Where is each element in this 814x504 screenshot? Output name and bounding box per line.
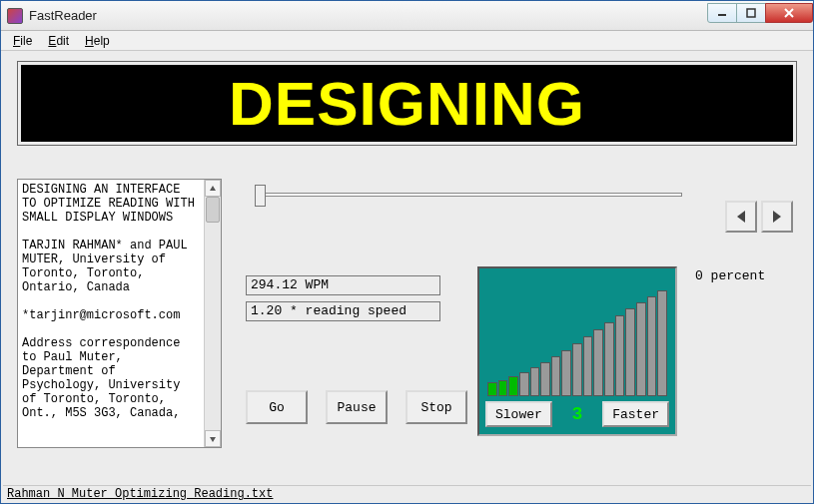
title-bar: FastReader bbox=[1, 1, 813, 31]
svg-line-3 bbox=[785, 9, 793, 17]
speed-controls: Slower 3 Faster bbox=[485, 400, 669, 428]
speed-multiplier-display: 1.20 * reading speed bbox=[246, 301, 440, 321]
document-text[interactable] bbox=[18, 180, 204, 447]
speed-bar bbox=[615, 315, 625, 396]
speed-level: 3 bbox=[572, 404, 583, 424]
speed-bar bbox=[657, 290, 667, 396]
slider-thumb[interactable] bbox=[255, 185, 266, 207]
scroll-thumb[interactable] bbox=[206, 197, 220, 223]
speed-bar bbox=[498, 380, 508, 396]
scroll-up-icon[interactable] bbox=[205, 180, 221, 197]
svg-marker-5 bbox=[210, 437, 216, 442]
chevron-left-icon bbox=[734, 210, 748, 224]
speed-bar bbox=[572, 343, 582, 396]
menu-help[interactable]: Help bbox=[77, 32, 118, 50]
display-panel: DESIGNING bbox=[17, 61, 797, 146]
playback-controls: Go Pause Stop bbox=[246, 390, 467, 424]
svg-marker-6 bbox=[737, 211, 745, 223]
speed-panel: Slower 3 Faster bbox=[477, 266, 677, 436]
faster-button[interactable]: Faster bbox=[602, 401, 669, 427]
speed-bar bbox=[530, 367, 540, 396]
menu-bar: File Edit Help bbox=[1, 31, 813, 51]
speed-bar bbox=[583, 336, 593, 396]
status-filename: Rahman_N_Muter_Optimizing_Reading.txt bbox=[7, 487, 273, 501]
maximize-button[interactable] bbox=[736, 3, 766, 23]
nav-buttons bbox=[725, 201, 793, 233]
display-word: DESIGNING bbox=[21, 65, 793, 142]
stop-button[interactable]: Stop bbox=[406, 390, 467, 424]
speed-bars bbox=[487, 286, 667, 396]
speed-bar bbox=[593, 329, 603, 396]
svg-marker-7 bbox=[773, 211, 781, 223]
window-title: FastReader bbox=[29, 8, 708, 23]
prev-button[interactable] bbox=[725, 201, 757, 233]
document-panel bbox=[17, 179, 222, 448]
slider-track bbox=[259, 193, 682, 197]
slower-button[interactable]: Slower bbox=[485, 401, 552, 427]
speed-bar bbox=[551, 356, 561, 396]
app-icon bbox=[7, 8, 23, 24]
speed-bar bbox=[508, 376, 518, 396]
menu-edit[interactable]: Edit bbox=[40, 32, 77, 50]
menu-file[interactable]: File bbox=[5, 32, 40, 50]
svg-rect-1 bbox=[747, 9, 755, 17]
speed-bar bbox=[487, 382, 497, 396]
scrollbar[interactable] bbox=[204, 180, 221, 447]
status-bar: Rahman_N_Muter_Optimizing_Reading.txt bbox=[3, 485, 811, 503]
next-button[interactable] bbox=[761, 201, 793, 233]
speed-bar bbox=[604, 322, 614, 396]
progress-slider[interactable] bbox=[251, 189, 690, 213]
speed-bar bbox=[625, 308, 635, 396]
scroll-down-icon[interactable] bbox=[205, 430, 221, 447]
percent-label: 0 percent bbox=[695, 268, 765, 283]
svg-line-2 bbox=[785, 9, 793, 17]
speed-bar bbox=[636, 302, 646, 396]
client-area: DESIGNING 0 percent 294.12 WPM 1.20 * re bbox=[1, 51, 813, 504]
speed-bar bbox=[519, 372, 529, 396]
pause-button[interactable]: Pause bbox=[326, 390, 388, 424]
chevron-right-icon bbox=[770, 210, 784, 224]
scroll-track[interactable] bbox=[205, 197, 221, 430]
speed-bar bbox=[540, 362, 550, 396]
window-buttons bbox=[708, 3, 813, 23]
speed-bar bbox=[647, 296, 657, 396]
go-button[interactable]: Go bbox=[246, 390, 308, 424]
speed-bar bbox=[561, 350, 571, 396]
svg-marker-4 bbox=[210, 186, 216, 191]
minimize-button[interactable] bbox=[707, 3, 737, 23]
close-button[interactable] bbox=[765, 3, 813, 23]
wpm-display: 294.12 WPM bbox=[246, 275, 440, 295]
